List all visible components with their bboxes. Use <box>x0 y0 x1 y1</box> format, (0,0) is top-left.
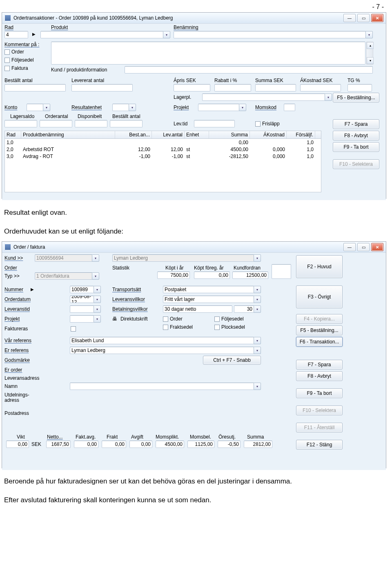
dropdown-nummer[interactable]: ▾ <box>94 286 101 293</box>
label-vikt: Vikt <box>17 434 25 440</box>
dropdown-var-ref[interactable]: ▾ <box>254 337 261 344</box>
f7-button[interactable]: F7 - Spara <box>333 119 379 129</box>
input-konto[interactable] <box>27 104 43 111</box>
chk-order2[interactable]: Order <box>163 316 183 322</box>
dropdown-namn[interactable]: ▾ <box>254 383 261 390</box>
chk-foljesedel2[interactable]: Följesedel <box>214 316 244 322</box>
titlebar: Order / faktura — ▭ ✕ <box>2 242 386 253</box>
input-frakt[interactable]: 0,00 <box>102 441 126 448</box>
input-levererat[interactable] <box>71 84 133 91</box>
input-bestallt[interactable] <box>4 84 66 91</box>
dropdown-leveranstid[interactable]: ▾ <box>94 305 101 313</box>
f8-button[interactable]: F8 - Avbryt <box>296 371 343 381</box>
chk-faktureras[interactable] <box>71 326 78 332</box>
minimize-button[interactable]: — <box>343 243 356 251</box>
input-summa2[interactable]: 2812,00 <box>244 441 272 448</box>
label-bestallt: Beställt antal <box>4 78 33 83</box>
f10-button: F10 - Selektera <box>296 405 343 415</box>
chk-fraktsedel[interactable]: Fraktsedel <box>163 324 193 330</box>
input-levtid[interactable] <box>194 120 235 127</box>
window-title: Ordertransaktioner - Order 100989 på kun… <box>13 15 343 21</box>
input-disponibelt[interactable] <box>75 120 107 127</box>
dropdown-projekt2[interactable]: ▾ <box>94 315 101 323</box>
input-orderdatum[interactable]: 2009-08-12 <box>70 296 94 303</box>
input-produkt[interactable] <box>40 31 163 38</box>
f9-button[interactable]: F9 - Ta bort <box>333 142 379 152</box>
label-sek: SEK <box>31 441 41 447</box>
scrollbar-kommentar[interactable]: ▴▾ <box>366 42 373 65</box>
dropdown-resultatenhet[interactable]: ▾ <box>129 104 136 111</box>
maximize-button[interactable]: ▭ <box>357 243 370 251</box>
input-tg[interactable] <box>347 84 372 91</box>
input-akostnad[interactable] <box>300 84 341 91</box>
dropdown-typ[interactable]: ▾ <box>92 272 99 280</box>
input-resultatenhet[interactable] <box>112 104 129 111</box>
input-transport[interactable]: Postpaket <box>163 286 254 293</box>
f5-button[interactable]: F5 - Beställning... <box>333 93 379 102</box>
input-momskod[interactable] <box>284 104 295 111</box>
input-momsbel[interactable]: 1125,00 <box>187 441 214 448</box>
input-faktavg[interactable]: 0,00 <box>74 441 98 448</box>
chk-order-row[interactable]: Order <box>4 49 24 55</box>
input-best[interactable] <box>272 264 291 279</box>
close-button[interactable]: ✕ <box>371 243 383 251</box>
input-summa[interactable] <box>255 84 296 91</box>
dropdown-er-ref[interactable]: ▾ <box>254 347 261 354</box>
input-orderantal[interactable] <box>40 120 72 127</box>
label-apris: Ápris SEK <box>174 78 196 83</box>
f2-button[interactable]: F2 - Huvud <box>296 255 343 278</box>
f12-button[interactable]: F12 - Stäng <box>296 440 343 450</box>
input-projekt2[interactable] <box>70 315 94 323</box>
dropdown-lagerpl[interactable]: ▾ <box>325 94 332 101</box>
close-button[interactable]: ✕ <box>371 14 383 22</box>
input-betal-days[interactable]: 30 <box>234 305 254 313</box>
minimize-button[interactable]: — <box>343 14 356 22</box>
input-benamning[interactable] <box>174 31 365 38</box>
input-kundinfo[interactable] <box>125 66 373 74</box>
dropdown-konto[interactable]: ▾ <box>43 104 50 111</box>
dropdown-kund-name[interactable]: ▾ <box>254 254 261 262</box>
input-rad[interactable]: 4 <box>4 31 28 38</box>
dropdown-orderdatum[interactable]: ▾ <box>94 296 101 303</box>
input-nummer[interactable]: 100989 <box>70 286 94 293</box>
dropdown-benamning[interactable]: ▾ <box>365 31 373 38</box>
dropdown-betal-days[interactable]: ▾ <box>254 305 261 313</box>
dropdown-transport[interactable]: ▾ <box>254 286 261 293</box>
input-lagerpl[interactable] <box>202 94 325 101</box>
chk-foljesedel-row[interactable]: Följesedel <box>4 57 34 63</box>
chk-plocksedel[interactable]: Plocksedel <box>214 324 245 330</box>
dropdown-produkt[interactable]: ▾ <box>163 31 170 38</box>
input-var-ref[interactable]: Elisabeth Lund <box>70 337 254 344</box>
f3-button[interactable]: F3 - Övrigt <box>296 285 343 308</box>
f5-button[interactable]: F5 - Beställning... <box>296 325 343 335</box>
dropdown-kund[interactable]: ▾ <box>92 254 99 262</box>
f7-button[interactable]: F7 - Spara <box>296 360 343 370</box>
input-netto[interactable]: 1687,50 <box>46 441 71 448</box>
chk-faktura-row[interactable]: Faktura <box>4 65 28 71</box>
f9-button[interactable]: F9 - Ta bort <box>296 388 343 398</box>
input-vikt[interactable]: 0,00 <box>6 441 29 448</box>
input-leveranstid[interactable] <box>70 305 94 313</box>
table-body[interactable]: 1,0 0,00 1,0 2,0 Arbetstid ROT 12,00 12,… <box>4 139 321 192</box>
dropdown-leveransvillkor[interactable]: ▾ <box>254 296 261 303</box>
dropdown-projekt[interactable]: ▾ <box>239 104 246 111</box>
input-projekt[interactable] <box>198 104 239 111</box>
input-momsplikt[interactable]: 4500,00 <box>156 441 184 448</box>
input-namn[interactable] <box>70 383 254 390</box>
input-rabatt[interactable] <box>214 84 251 91</box>
input-leveransvillkor[interactable]: Fritt vårt lager <box>163 296 254 303</box>
f6-button[interactable]: F6 - Transaktion... <box>296 337 343 347</box>
input-oresutj[interactable]: -0,50 <box>218 441 241 448</box>
textarea-kommentar[interactable] <box>51 42 365 65</box>
input-bestallt2[interactable] <box>110 120 143 127</box>
snabb-button[interactable]: Ctrl + F7 - Snabb <box>203 356 261 365</box>
input-betalvillkor[interactable]: 30 dagar netto <box>163 305 232 313</box>
input-lagersaldo[interactable] <box>4 120 37 127</box>
maximize-button[interactable]: ▭ <box>357 14 370 22</box>
f8-button[interactable]: F8 - Avbryt <box>333 131 379 140</box>
input-er-ref[interactable]: Lyman Ledberg <box>70 347 254 354</box>
chk-frislapp[interactable]: Frisläpp <box>255 121 280 127</box>
label-statistik: Statistik <box>112 265 129 271</box>
input-apris[interactable] <box>174 84 210 91</box>
input-avgift[interactable]: 0,00 <box>129 441 152 448</box>
